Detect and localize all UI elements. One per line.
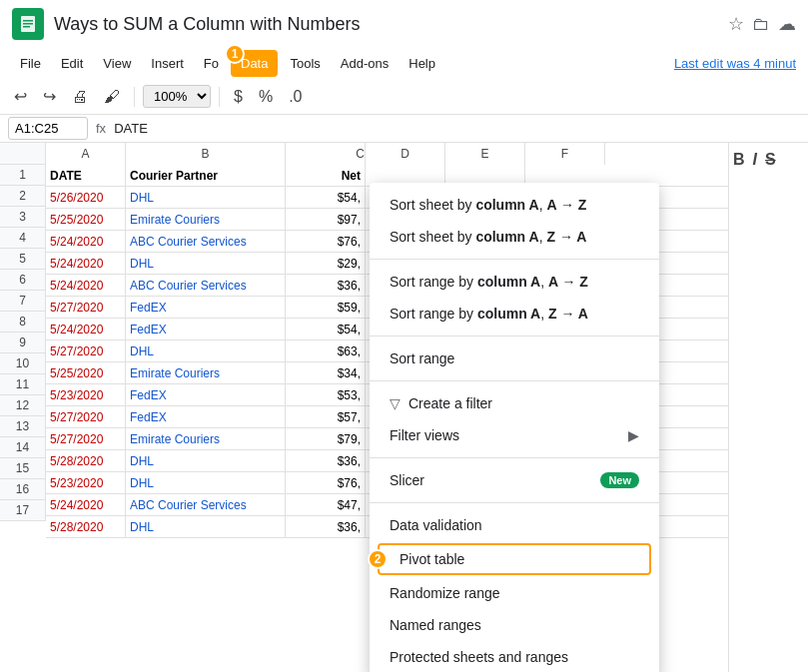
cell-b-13[interactable]: Emirate Couriers [126,428,286,449]
cell-c-9[interactable]: $63, [286,340,366,361]
row-number-2[interactable]: 2 [0,186,46,207]
cell-b-9[interactable]: DHL [126,340,286,361]
undo-button[interactable]: ↩ [8,83,33,110]
last-edit-text[interactable]: Last edit was 4 minut [674,56,796,71]
row-number-15[interactable]: 15 [0,458,46,479]
row-number-17[interactable]: 17 [0,500,46,521]
row-number-14[interactable]: 14 [0,437,46,458]
row-number-4[interactable]: 4 [0,228,46,249]
dropdown-item-0[interactable]: Sort sheet by column A, A → Z [370,189,659,221]
cell-a-9[interactable]: 5/27/2020 [46,340,126,361]
cell-c-2[interactable]: $54, [286,187,366,208]
cell-a-1[interactable]: DATE [46,165,126,186]
menu-data[interactable]: 1 Data [231,50,278,77]
menu-insert[interactable]: Insert [143,52,192,75]
cell-a-12[interactable]: 5/27/2020 [46,406,126,427]
cell-c-7[interactable]: $59, [286,297,366,318]
cell-a-13[interactable]: 5/27/2020 [46,428,126,449]
cell-a-6[interactable]: 5/24/2020 [46,275,126,296]
cell-c-14[interactable]: $36, [286,450,366,471]
cell-b-10[interactable]: Emirate Couriers [126,362,286,383]
cell-a-17[interactable]: 5/28/2020 [46,516,126,537]
cell-a-14[interactable]: 5/28/2020 [46,450,126,471]
cell-b-16[interactable]: ABC Courier Services [126,494,286,515]
row-number-9[interactable]: 9 [0,333,46,353]
dropdown-item-4[interactable]: Sort range by column A, Z → A [370,298,659,330]
row-number-12[interactable]: 12 [0,395,46,416]
dropdown-item-13[interactable]: Data validation [370,509,659,541]
percent-button[interactable]: % [253,84,279,110]
menu-addons[interactable]: Add-ons [333,52,397,75]
cell-c-11[interactable]: $53, [286,384,366,405]
cell-c-8[interactable]: $54, [286,319,366,339]
row-number-16[interactable]: 16 [0,479,46,500]
cell-c-6[interactable]: $36, [286,275,366,296]
cell-c-3[interactable]: $97, [286,209,366,230]
row-number-10[interactable]: 10 [0,353,46,374]
col-header-c[interactable]: C [286,143,366,165]
dropdown-pivot-item[interactable]: 2Pivot table [378,543,651,575]
dropdown-create-filter-item[interactable]: ▽Create a filter [370,387,659,419]
cell-a-7[interactable]: 5/27/2020 [46,297,126,318]
dropdown-item-1[interactable]: Sort sheet by column A, Z → A [370,221,659,253]
cell-b-2[interactable]: DHL [126,187,286,208]
cell-a-2[interactable]: 5/26/2020 [46,187,126,208]
col-header-a[interactable]: A [46,143,126,165]
col-header-e[interactable]: E [445,143,525,165]
cell-a-5[interactable]: 5/24/2020 [46,253,126,274]
cell-b-3[interactable]: Emirate Couriers [126,209,286,230]
cell-a-4[interactable]: 5/24/2020 [46,231,126,252]
cell-a-3[interactable]: 5/25/2020 [46,209,126,230]
cell-a-15[interactable]: 5/23/2020 [46,472,126,493]
dropdown-filter-views-item[interactable]: Filter views▶ [370,419,659,451]
cell-a-8[interactable]: 5/24/2020 [46,319,126,339]
folder-icon[interactable]: 🗀 [752,14,770,35]
row-number-3[interactable]: 3 [0,207,46,228]
menu-help[interactable]: Help [401,52,443,75]
cell-c-4[interactable]: $76, [286,231,366,252]
zoom-select[interactable]: 100% [143,85,211,108]
dropdown-slicer-item[interactable]: SlicerNew [370,464,659,496]
formula-input[interactable] [114,121,800,136]
cell-b-6[interactable]: ABC Courier Services [126,275,286,296]
strikethrough-button[interactable]: S [765,151,776,169]
col-header-d[interactable]: D [366,143,445,165]
cell-c-13[interactable]: $79, [286,428,366,449]
row-number-5[interactable]: 5 [0,249,46,270]
row-number-1[interactable]: 1 [0,165,46,186]
menu-edit[interactable]: Edit [53,52,91,75]
dropdown-item-6[interactable]: Sort range [370,342,659,374]
cell-c-16[interactable]: $47, [286,494,366,515]
row-number-11[interactable]: 11 [0,374,46,395]
col-header-b[interactable]: B [126,143,286,165]
cell-c-10[interactable]: $34, [286,362,366,383]
menu-format[interactable]: Fo [196,52,227,75]
cell-c-1[interactable]: Net [286,165,366,186]
paint-format-button[interactable]: 🖌 [98,84,126,110]
row-number-6[interactable]: 6 [0,270,46,291]
cell-b-4[interactable]: ABC Courier Services [126,231,286,252]
cell-b-7[interactable]: FedEX [126,297,286,318]
cell-a-11[interactable]: 5/23/2020 [46,384,126,405]
cell-b-14[interactable]: DHL [126,450,286,471]
cell-a-16[interactable]: 5/24/2020 [46,494,126,515]
cell-b-17[interactable]: DHL [126,516,286,537]
cell-b-15[interactable]: DHL [126,472,286,493]
cell-reference[interactable] [8,117,88,140]
cell-b-11[interactable]: FedEX [126,384,286,405]
dropdown-item-15[interactable]: Randomize range [370,577,659,609]
menu-file[interactable]: File [12,52,49,75]
row-number-13[interactable]: 13 [0,416,46,437]
print-button[interactable]: 🖨 [66,84,94,110]
redo-button[interactable]: ↪ [37,83,62,110]
dropdown-item-3[interactable]: Sort range by column A, A → Z [370,266,659,298]
cell-a-10[interactable]: 5/25/2020 [46,362,126,383]
cloud-icon[interactable]: ☁ [778,13,796,35]
dropdown-item-17[interactable]: Protected sheets and ranges [370,641,659,672]
cell-c-15[interactable]: $76, [286,472,366,493]
menu-tools[interactable]: Tools [282,52,328,75]
cell-c-5[interactable]: $29, [286,253,366,274]
cell-c-12[interactable]: $57, [286,406,366,427]
cell-b-12[interactable]: FedEX [126,406,286,427]
decimal-button[interactable]: .0 [283,84,308,110]
